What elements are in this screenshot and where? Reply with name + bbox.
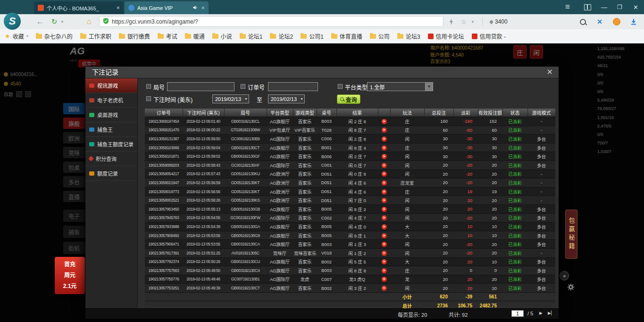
browser-tab-2-active[interactable]: Asia Game VIP × bbox=[125, 1, 209, 14]
table-row[interactable]: 190213057945763 2019-02-13 05:54:55 GC00… bbox=[145, 213, 555, 222]
bookmark-item[interactable]: 公司 bbox=[370, 32, 390, 40]
platform-select[interactable]: 1.全部 ▼ bbox=[367, 82, 433, 91]
tab1-close-icon[interactable]: × bbox=[116, 5, 120, 11]
emoji-icon[interactable] bbox=[611, 14, 622, 29]
date-from-picker[interactable]: 2019/02/13 ▼ bbox=[212, 94, 249, 103]
bookmark-item[interactable]: 信用卡论坛 bbox=[428, 32, 464, 40]
window-close-button[interactable]: ✕ bbox=[633, 0, 638, 14]
tab2-audio-icon[interactable] bbox=[192, 5, 198, 11]
replay-icon[interactable] bbox=[382, 180, 387, 186]
table-row[interactable]: 190213058019773 2019-02-13 05:56:56 GD05… bbox=[145, 187, 555, 196]
table-row[interactable]: 190213057933688 2019-02-13 05:54:39 GB00… bbox=[145, 222, 555, 231]
address-bar[interactable]: https://gci.vunm3.com/agingame/? bbox=[99, 16, 443, 27]
tab2-close-icon[interactable]: × bbox=[201, 5, 205, 11]
page-number-input[interactable] bbox=[511, 310, 524, 317]
replay-icon[interactable] bbox=[382, 259, 387, 264]
bookmark-item[interactable]: 小说 bbox=[212, 32, 232, 40]
home-icon[interactable]: ⌂ bbox=[84, 14, 94, 29]
table-row[interactable]: 190213058131387 2019-02-13 05:59:50 GC00… bbox=[145, 135, 555, 144]
bookmark-item[interactable]: 体育直播 bbox=[331, 32, 362, 40]
replay-icon[interactable] bbox=[382, 163, 387, 168]
browser-tab-1[interactable]: 个人中心 - BOMA365_ × bbox=[34, 1, 124, 14]
cell-game: 百家乐 bbox=[293, 284, 317, 293]
last-page-icon[interactable]: ▶▏ bbox=[548, 311, 554, 315]
table-row[interactable]: 190213058089203 2019-02-13 05:58:43 GC00… bbox=[145, 161, 555, 169]
replay-icon[interactable] bbox=[382, 207, 387, 212]
minimize-button[interactable]: — bbox=[601, 0, 607, 14]
table-row[interactable]: 190213068151470 2019-02-13 06:00:22 GT02… bbox=[145, 126, 555, 135]
bookmark-item[interactable]: 杂七杂八的 bbox=[36, 32, 73, 40]
replay-icon[interactable] bbox=[382, 233, 387, 238]
browser-menu-icon[interactable]: ≡ bbox=[565, 0, 570, 14]
replay-icon[interactable] bbox=[382, 127, 387, 133]
replay-icon[interactable] bbox=[382, 136, 387, 142]
bookmark-item[interactable]: 公司1 bbox=[301, 32, 324, 40]
screenshot-icon[interactable]: ✕ bbox=[594, 14, 605, 29]
maximize-button[interactable]: ❐ bbox=[617, 0, 622, 14]
gear-icon[interactable] bbox=[567, 283, 575, 293]
replay-icon[interactable] bbox=[382, 171, 387, 177]
promo-banner[interactable]: 首充周元2.1元 bbox=[55, 257, 85, 294]
round-number-input[interactable] bbox=[167, 82, 234, 91]
back-icon[interactable]: ← bbox=[35, 14, 45, 29]
floating-tab[interactable]: 包赢秘籍 bbox=[565, 210, 577, 259]
replay-icon[interactable] bbox=[382, 154, 387, 159]
replay-icon[interactable] bbox=[382, 189, 387, 195]
modal-menu-item[interactable]: 额度记录 bbox=[85, 166, 137, 181]
bookmark-item[interactable]: 信用贷款 - bbox=[472, 32, 506, 40]
refresh-icon[interactable]: ↻ bbox=[49, 14, 59, 29]
table-row[interactable]: 190213057906471 2019-02-13 05:53:55 GB00… bbox=[145, 240, 555, 249]
table-row[interactable]: 190213058103066 2019-02-13 05:59:04 GB00… bbox=[145, 143, 555, 152]
replay-icon[interactable] bbox=[382, 242, 387, 247]
replay-icon[interactable] bbox=[382, 268, 387, 273]
table-row[interactable]: 190213057755776 2019-02-13 05:49:46 GC00… bbox=[145, 275, 555, 284]
table-row[interactable]: 190213057953450 2019-02-13 05:55:13 GB00… bbox=[145, 204, 555, 213]
search-icon[interactable] bbox=[577, 14, 588, 29]
table-row[interactable]: 190213057817391 2019-02-13 05:51:25 AV01… bbox=[145, 248, 555, 257]
modal-close-icon[interactable]: ✕ bbox=[547, 67, 553, 78]
bookmark-item[interactable]: 考试 bbox=[158, 32, 177, 40]
replay-icon[interactable] bbox=[382, 251, 387, 256]
modal-menu-item[interactable]: 积分查询 bbox=[85, 152, 137, 166]
replay-icon[interactable] bbox=[382, 215, 387, 220]
favorite-star-icon[interactable]: ☆ bbox=[460, 14, 468, 29]
favorites-root[interactable]: ★ 收藏 ▾ bbox=[5, 32, 28, 40]
favorite-dropdown-icon[interactable]: ▾ bbox=[470, 14, 476, 29]
bookmark-item[interactable]: 暖通 bbox=[185, 32, 205, 40]
history-dropdown-icon[interactable]: ▾ bbox=[59, 14, 65, 29]
replay-icon[interactable] bbox=[382, 198, 387, 203]
table-row[interactable]: 190213057753251 2019-02-13 05:49:39 GB00… bbox=[145, 284, 555, 293]
extensions-icon[interactable] bbox=[584, 0, 591, 14]
modal-menu-item[interactable]: 捕鱼王额度记录 bbox=[85, 137, 137, 152]
table-row[interactable]: 190213058101871 2019-02-13 05:59:02 GB00… bbox=[145, 152, 555, 161]
modal-menu-item[interactable]: 桌面游戏 bbox=[85, 108, 137, 122]
table-row[interactable]: 190213058002521 2019-02-13 05:56:26 GD05… bbox=[145, 196, 555, 205]
bookmark-item[interactable]: 银行缴费 bbox=[119, 32, 150, 40]
next-page-icon[interactable]: ▶ bbox=[539, 311, 543, 315]
table-row[interactable]: 190213057782374 2019-02-13 05:50:26 GB00… bbox=[145, 257, 555, 266]
replay-icon[interactable] bbox=[382, 277, 387, 282]
table-row[interactable]: 190213057908492 2019-02-13 05:53:56 GB00… bbox=[145, 231, 555, 240]
bookmark-item[interactable]: 论坛3 bbox=[397, 32, 420, 40]
search-button[interactable]: 查询 bbox=[337, 94, 360, 104]
bookmark-item[interactable]: 论坛2 bbox=[270, 32, 293, 40]
table-row[interactable]: 190213058054217 2019-02-13 05:57:43 GD05… bbox=[145, 169, 555, 178]
table-row[interactable]: 190213058021947 2019-02-13 05:56:59 GD05… bbox=[145, 178, 555, 187]
table-row[interactable]: 190213057757563 2019-02-13 05:49:50 GB00… bbox=[145, 266, 555, 275]
modal-menu-item[interactable]: 电子老虎机 bbox=[85, 93, 137, 108]
replay-icon[interactable] bbox=[382, 145, 387, 151]
table-row[interactable]: 190213068197454 2019-02-13 06:01:40 GB00… bbox=[145, 117, 555, 126]
bookmark-item[interactable]: 工作求职 bbox=[80, 32, 111, 40]
replay-icon[interactable] bbox=[382, 286, 387, 291]
order-number-input[interactable] bbox=[268, 82, 318, 91]
download-icon[interactable] bbox=[628, 14, 639, 29]
modal-menu-item[interactable]: 视讯游戏 bbox=[85, 78, 137, 93]
collapse-arrow-icon[interactable]: » bbox=[560, 271, 569, 280]
replay-icon[interactable] bbox=[382, 224, 387, 229]
bookmark-item[interactable]: 论坛1 bbox=[240, 32, 263, 40]
speed-icon[interactable] bbox=[447, 14, 456, 29]
date-to-picker[interactable]: 2019/02/13 ▼ bbox=[268, 94, 305, 103]
replay-icon[interactable] bbox=[382, 119, 387, 124]
points-badge[interactable]: 3400 bbox=[490, 14, 508, 29]
modal-menu-item[interactable]: 捕鱼王 bbox=[85, 122, 137, 137]
